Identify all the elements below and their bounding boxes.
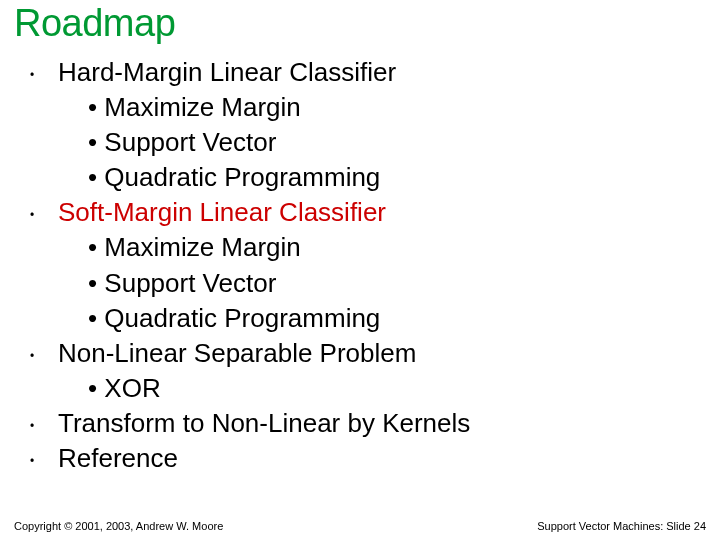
list-item-label: Hard-Margin Linear Classifier — [58, 57, 396, 87]
sub-list-item: Support Vector — [88, 125, 720, 160]
bullet-list: Hard-Margin Linear Classifier Maximize M… — [0, 55, 720, 476]
sub-list-item: Quadratic Programming — [88, 160, 720, 195]
slide-title: Roadmap — [0, 0, 720, 45]
list-item: Hard-Margin Linear Classifier Maximize M… — [30, 55, 720, 195]
list-item-label: Transform to Non-Linear by Kernels — [58, 408, 470, 438]
sub-list: XOR — [58, 371, 720, 406]
sub-list-item: Support Vector — [88, 266, 720, 301]
sub-list-item: Maximize Margin — [88, 230, 720, 265]
sub-list-item: Quadratic Programming — [88, 301, 720, 336]
list-item: Non-Linear Separable Problem XOR — [30, 336, 720, 406]
list-item: Reference — [30, 441, 720, 476]
sub-list-item: XOR — [88, 371, 720, 406]
list-item-label: Reference — [58, 443, 178, 473]
slide: Roadmap Hard-Margin Linear Classifier Ma… — [0, 0, 720, 540]
footer-slide-number: Support Vector Machines: Slide 24 — [537, 520, 706, 532]
sub-list: Maximize Margin Support Vector Quadratic… — [58, 90, 720, 195]
footer-copyright: Copyright © 2001, 2003, Andrew W. Moore — [14, 520, 223, 532]
list-item: Soft-Margin Linear Classifier Maximize M… — [30, 195, 720, 335]
list-item-label: Soft-Margin Linear Classifier — [58, 197, 386, 227]
list-item-label: Non-Linear Separable Problem — [58, 338, 416, 368]
sub-list-item: Maximize Margin — [88, 90, 720, 125]
sub-list: Maximize Margin Support Vector Quadratic… — [58, 230, 720, 335]
list-item: Transform to Non-Linear by Kernels — [30, 406, 720, 441]
